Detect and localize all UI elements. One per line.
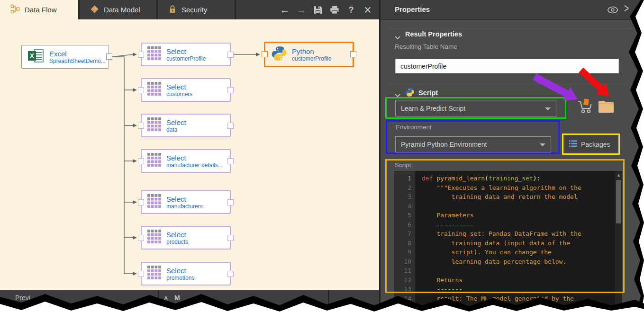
input-connector[interactable] <box>138 199 144 205</box>
eye-icon[interactable] <box>607 6 618 16</box>
canvas-toolbar: ← → <box>236 0 379 19</box>
save-button[interactable] <box>313 4 323 16</box>
list-icon <box>569 140 577 149</box>
input-connector[interactable] <box>138 158 144 164</box>
properties-panel: Properties > Result Properties Resulting… <box>379 0 644 312</box>
script-type-dropdown[interactable]: Learn & Predict Script <box>395 100 556 116</box>
code-line: 5 Parameters <box>394 211 615 220</box>
table-grid-icon <box>147 117 162 134</box>
node-title: Select <box>166 231 188 239</box>
node-subtitle: manufacturers <box>166 203 203 210</box>
resulting-table-name-label: Resulting Table Name <box>395 43 457 50</box>
resulting-table-name-input[interactable]: customerProfile <box>395 59 619 73</box>
tab-security[interactable]: Security <box>158 0 235 19</box>
dropdown-caret-icon <box>540 143 545 146</box>
dropdown-caret-icon <box>545 107 551 110</box>
tab-data-model[interactable]: Data Model <box>80 0 156 19</box>
code-lines: 1def pyramid_learn(training_set):2 """Ex… <box>394 174 615 303</box>
panel-collapse-chevron-icon[interactable]: > <box>624 1 629 16</box>
code-line: 2 """Executes a learning algorithm on th… <box>394 183 615 193</box>
flow-canvas[interactable]: X Excel SpreadhSheetDemo... Select <box>0 19 379 290</box>
environment-dropdown[interactable]: Pyramid Python Environment <box>395 136 551 152</box>
node-title: Select <box>166 267 194 275</box>
input-connector[interactable] <box>138 235 144 241</box>
script-code-editor[interactable]: 1def pyramid_learn(training_set):2 """Ex… <box>394 171 622 309</box>
divider <box>386 84 632 84</box>
bottom-tab-partial[interactable]: M <box>174 294 180 302</box>
code-line: 7 training_set: Pandas DataFrame with th… <box>394 229 615 239</box>
node-title: Excel <box>49 50 106 58</box>
node-subtitle: SpreadhSheetDemo... <box>49 58 106 64</box>
script-section-header[interactable]: Script <box>418 89 438 97</box>
output-connector[interactable] <box>227 271 234 277</box>
tab-label: Security <box>181 6 207 14</box>
node-excel[interactable]: X Excel SpreadhSheetDemo... <box>21 45 109 69</box>
output-connector[interactable] <box>227 52 234 58</box>
input-connector[interactable] <box>138 87 144 93</box>
node-select-promotions[interactable]: Select promotions <box>141 262 231 285</box>
result-properties-header[interactable]: Result Properties <box>405 30 462 38</box>
marketplace-cart-icon[interactable] <box>577 98 593 116</box>
node-title: Select <box>166 118 186 126</box>
node-subtitle: customerProfile <box>166 55 206 62</box>
input-connector[interactable] <box>138 271 144 277</box>
output-connector[interactable] <box>227 235 234 241</box>
output-connector[interactable] <box>227 123 234 129</box>
help-button[interactable]: ? <box>346 4 356 16</box>
node-select-customerprofile[interactable]: Select customerProfile <box>141 43 231 66</box>
close-button[interactable]: × <box>363 4 372 16</box>
properties-header: Properties > <box>381 0 644 20</box>
bottom-panel-bar: Previ ∧ M <box>0 290 379 312</box>
python-icon <box>405 88 415 99</box>
node-select-data[interactable]: Select data <box>141 114 231 137</box>
section-collapse-icon[interactable] <box>395 91 400 99</box>
packages-button[interactable]: Packages <box>565 135 619 153</box>
code-line: 11 <box>394 266 615 276</box>
preview-tab-partial[interactable]: Previ <box>15 294 30 302</box>
input-connector[interactable] <box>138 52 144 58</box>
node-title: Select <box>166 47 206 55</box>
environment-label: Environment <box>396 124 432 131</box>
pyramid-data-flow-window: Data Flow Data Model <box>0 0 644 312</box>
node-select-customers[interactable]: Select customers <box>141 78 231 102</box>
node-subtitle: manufacturer details... <box>166 162 223 169</box>
section-collapse-icon[interactable] <box>395 33 400 42</box>
table-grid-icon <box>147 46 162 62</box>
tab-data-flow[interactable]: Data Flow <box>0 0 78 19</box>
node-subtitle: products <box>166 239 188 245</box>
output-connector[interactable] <box>350 51 356 57</box>
back-button[interactable]: ← <box>280 4 290 16</box>
data-flow-icon <box>10 4 20 15</box>
output-connector[interactable] <box>227 87 234 93</box>
tab-label: Data Flow <box>25 6 57 14</box>
tab-bar: Data Flow Data Model <box>0 0 379 19</box>
node-title: Select <box>166 195 203 203</box>
code-line: 14 result: The ML model generated by the <box>394 294 615 303</box>
script-label: Script: <box>395 161 413 169</box>
code-line: 12 Returns <box>394 276 615 285</box>
forward-button[interactable]: → <box>297 4 306 16</box>
input-connector[interactable] <box>138 123 144 129</box>
node-title: Select <box>166 154 223 162</box>
scrollbar-thumb[interactable] <box>616 180 621 223</box>
node-python-customerprofile[interactable]: Python customerProfile <box>264 42 354 67</box>
python-icon <box>271 45 287 63</box>
output-connector[interactable] <box>227 199 234 205</box>
editor-scrollbar[interactable]: ▲ <box>615 171 622 309</box>
code-line: 1def pyramid_learn(training_set): <box>394 174 615 183</box>
input-connector[interactable] <box>262 51 268 57</box>
table-grid-icon <box>147 266 162 282</box>
scroll-up-icon[interactable]: ▲ <box>615 171 622 179</box>
lock-icon <box>168 5 177 15</box>
code-line: 10 learning data percentage below. <box>394 257 615 267</box>
collapse-chevron-icon[interactable]: ∧ <box>163 294 168 302</box>
output-connector[interactable] <box>106 53 112 60</box>
node-select-products[interactable]: Select products <box>141 226 231 250</box>
print-button[interactable] <box>330 4 339 16</box>
open-folder-icon[interactable] <box>598 99 615 115</box>
node-select-manufacturers[interactable]: Select manufacturers <box>141 190 231 214</box>
node-title: Select <box>166 83 192 91</box>
node-select-manufacturer-details[interactable]: Select manufacturer details... <box>141 149 231 173</box>
table-grid-icon <box>147 153 162 169</box>
output-connector[interactable] <box>227 158 234 164</box>
